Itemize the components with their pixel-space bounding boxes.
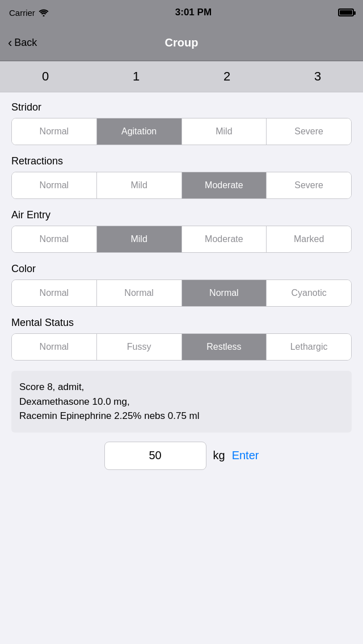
mental-status-option-0[interactable]: Normal — [12, 334, 97, 360]
score-header: 0 1 2 3 — [0, 61, 363, 92]
weight-unit-label: kg — [213, 449, 225, 462]
battery-indicator — [338, 9, 354, 16]
retractions-option-3[interactable]: Severe — [267, 172, 351, 198]
mental-status-option-2[interactable]: Restless — [182, 334, 267, 360]
back-button[interactable]: ‹ Back — [8, 36, 37, 50]
status-bar: Carrier 3:01 PM — [0, 0, 363, 25]
color-option-2[interactable]: Normal — [182, 280, 267, 306]
air-entry-section: Air Entry Normal Mild Moderate Marked — [11, 209, 352, 253]
stridor-section: Stridor Normal Agitation Mild Severe — [11, 101, 352, 145]
retractions-segment: Normal Mild Moderate Severe — [11, 172, 352, 199]
mental-status-label: Mental Status — [11, 317, 352, 329]
color-option-0[interactable]: Normal — [12, 280, 97, 306]
score-col-3: 3 — [272, 61, 363, 92]
page-title: Croup — [165, 36, 199, 49]
chevron-left-icon: ‹ — [8, 36, 12, 50]
weight-row: kg Enter — [11, 442, 352, 470]
air-entry-option-2[interactable]: Moderate — [182, 226, 267, 252]
carrier-label: Carrier — [9, 8, 35, 18]
mental-status-segment: Normal Fussy Restless Lethargic — [11, 333, 352, 361]
back-label: Back — [14, 37, 37, 49]
svg-point-0 — [43, 15, 44, 16]
enter-button[interactable]: Enter — [232, 449, 259, 462]
score-col-1: 1 — [91, 61, 182, 92]
air-entry-segment: Normal Mild Moderate Marked — [11, 226, 352, 253]
color-option-3[interactable]: Cyanotic — [267, 280, 351, 306]
stridor-segment: Normal Agitation Mild Severe — [11, 118, 352, 145]
retractions-option-1[interactable]: Mild — [97, 172, 182, 198]
retractions-option-2[interactable]: Moderate — [182, 172, 267, 198]
retractions-option-0[interactable]: Normal — [12, 172, 97, 198]
color-option-1[interactable]: Normal — [97, 280, 182, 306]
status-time: 3:01 PM — [175, 7, 212, 18]
stridor-option-3[interactable]: Severe — [267, 118, 351, 145]
air-entry-option-3[interactable]: Marked — [267, 226, 351, 252]
air-entry-option-0[interactable]: Normal — [12, 226, 97, 252]
air-entry-label: Air Entry — [11, 209, 352, 221]
color-segment: Normal Normal Normal Cyanotic — [11, 279, 352, 307]
wifi-icon — [39, 9, 49, 16]
color-label: Color — [11, 263, 352, 275]
stridor-option-0[interactable]: Normal — [12, 118, 97, 145]
mental-status-section: Mental Status Normal Fussy Restless Leth… — [11, 317, 352, 361]
air-entry-option-1[interactable]: Mild — [97, 226, 182, 252]
stridor-option-1[interactable]: Agitation — [97, 118, 182, 145]
score-col-0: 0 — [0, 61, 91, 92]
carrier-info: Carrier — [9, 8, 49, 18]
mental-status-option-1[interactable]: Fussy — [97, 334, 182, 360]
result-text: Score 8, admit,Dexamethasone 10.0 mg,Rac… — [19, 380, 344, 423]
result-box: Score 8, admit,Dexamethasone 10.0 mg,Rac… — [11, 371, 352, 433]
weight-input[interactable] — [104, 442, 206, 470]
nav-bar: ‹ Back Croup — [0, 25, 363, 61]
stridor-option-2[interactable]: Mild — [182, 118, 267, 145]
main-content: Stridor Normal Agitation Mild Severe Ret… — [0, 92, 363, 479]
stridor-label: Stridor — [11, 101, 352, 113]
color-section: Color Normal Normal Normal Cyanotic — [11, 263, 352, 307]
mental-status-option-3[interactable]: Lethargic — [267, 334, 351, 360]
battery-icon — [338, 9, 354, 16]
score-col-2: 2 — [182, 61, 272, 92]
retractions-label: Retractions — [11, 155, 352, 167]
retractions-section: Retractions Normal Mild Moderate Severe — [11, 155, 352, 199]
